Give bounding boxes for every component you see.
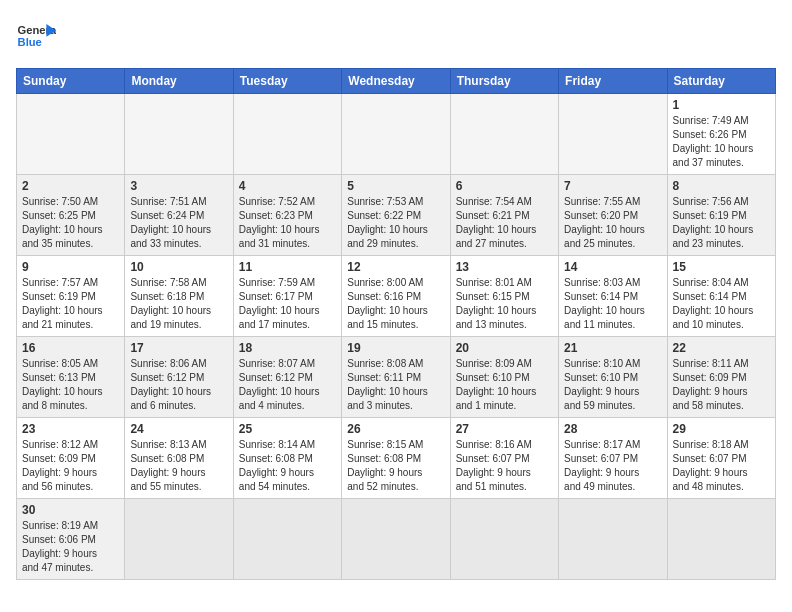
day-number: 16 — [22, 341, 119, 355]
day-info: Sunrise: 8:17 AM Sunset: 6:07 PM Dayligh… — [564, 438, 661, 494]
day-number: 20 — [456, 341, 553, 355]
day-number: 1 — [673, 98, 770, 112]
calendar-cell: 8Sunrise: 7:56 AM Sunset: 6:19 PM Daylig… — [667, 175, 775, 256]
calendar-cell — [667, 499, 775, 580]
calendar-cell: 24Sunrise: 8:13 AM Sunset: 6:08 PM Dayli… — [125, 418, 233, 499]
calendar-cell: 14Sunrise: 8:03 AM Sunset: 6:14 PM Dayli… — [559, 256, 667, 337]
day-info: Sunrise: 8:09 AM Sunset: 6:10 PM Dayligh… — [456, 357, 553, 413]
calendar-cell — [233, 499, 341, 580]
day-info: Sunrise: 7:57 AM Sunset: 6:19 PM Dayligh… — [22, 276, 119, 332]
day-number: 3 — [130, 179, 227, 193]
day-number: 21 — [564, 341, 661, 355]
day-info: Sunrise: 8:16 AM Sunset: 6:07 PM Dayligh… — [456, 438, 553, 494]
calendar-cell — [125, 94, 233, 175]
calendar-cell — [125, 499, 233, 580]
calendar-header-row: SundayMondayTuesdayWednesdayThursdayFrid… — [17, 69, 776, 94]
calendar-cell: 6Sunrise: 7:54 AM Sunset: 6:21 PM Daylig… — [450, 175, 558, 256]
calendar-cell: 5Sunrise: 7:53 AM Sunset: 6:22 PM Daylig… — [342, 175, 450, 256]
day-number: 29 — [673, 422, 770, 436]
calendar-cell: 19Sunrise: 8:08 AM Sunset: 6:11 PM Dayli… — [342, 337, 450, 418]
calendar-week-row: 1Sunrise: 7:49 AM Sunset: 6:26 PM Daylig… — [17, 94, 776, 175]
calendar-week-row: 23Sunrise: 8:12 AM Sunset: 6:09 PM Dayli… — [17, 418, 776, 499]
day-number: 6 — [456, 179, 553, 193]
day-info: Sunrise: 7:54 AM Sunset: 6:21 PM Dayligh… — [456, 195, 553, 251]
col-header-friday: Friday — [559, 69, 667, 94]
day-info: Sunrise: 8:13 AM Sunset: 6:08 PM Dayligh… — [130, 438, 227, 494]
calendar-cell: 18Sunrise: 8:07 AM Sunset: 6:12 PM Dayli… — [233, 337, 341, 418]
day-info: Sunrise: 8:08 AM Sunset: 6:11 PM Dayligh… — [347, 357, 444, 413]
calendar-cell — [450, 94, 558, 175]
calendar-cell — [233, 94, 341, 175]
calendar-week-row: 30Sunrise: 8:19 AM Sunset: 6:06 PM Dayli… — [17, 499, 776, 580]
calendar-cell — [559, 499, 667, 580]
calendar-cell: 3Sunrise: 7:51 AM Sunset: 6:24 PM Daylig… — [125, 175, 233, 256]
day-number: 9 — [22, 260, 119, 274]
col-header-sunday: Sunday — [17, 69, 125, 94]
day-info: Sunrise: 7:59 AM Sunset: 6:17 PM Dayligh… — [239, 276, 336, 332]
day-info: Sunrise: 7:55 AM Sunset: 6:20 PM Dayligh… — [564, 195, 661, 251]
day-info: Sunrise: 8:18 AM Sunset: 6:07 PM Dayligh… — [673, 438, 770, 494]
day-info: Sunrise: 7:51 AM Sunset: 6:24 PM Dayligh… — [130, 195, 227, 251]
day-number: 27 — [456, 422, 553, 436]
calendar-cell: 4Sunrise: 7:52 AM Sunset: 6:23 PM Daylig… — [233, 175, 341, 256]
day-info: Sunrise: 7:50 AM Sunset: 6:25 PM Dayligh… — [22, 195, 119, 251]
day-info: Sunrise: 7:52 AM Sunset: 6:23 PM Dayligh… — [239, 195, 336, 251]
calendar-cell: 29Sunrise: 8:18 AM Sunset: 6:07 PM Dayli… — [667, 418, 775, 499]
day-info: Sunrise: 8:11 AM Sunset: 6:09 PM Dayligh… — [673, 357, 770, 413]
col-header-wednesday: Wednesday — [342, 69, 450, 94]
day-number: 23 — [22, 422, 119, 436]
calendar-cell: 11Sunrise: 7:59 AM Sunset: 6:17 PM Dayli… — [233, 256, 341, 337]
logo-icon: General Blue — [16, 16, 56, 56]
day-info: Sunrise: 8:12 AM Sunset: 6:09 PM Dayligh… — [22, 438, 119, 494]
calendar-cell: 13Sunrise: 8:01 AM Sunset: 6:15 PM Dayli… — [450, 256, 558, 337]
day-number: 11 — [239, 260, 336, 274]
col-header-saturday: Saturday — [667, 69, 775, 94]
day-number: 17 — [130, 341, 227, 355]
day-number: 4 — [239, 179, 336, 193]
day-info: Sunrise: 8:00 AM Sunset: 6:16 PM Dayligh… — [347, 276, 444, 332]
day-number: 2 — [22, 179, 119, 193]
calendar-cell: 7Sunrise: 7:55 AM Sunset: 6:20 PM Daylig… — [559, 175, 667, 256]
day-number: 30 — [22, 503, 119, 517]
calendar-cell: 16Sunrise: 8:05 AM Sunset: 6:13 PM Dayli… — [17, 337, 125, 418]
day-info: Sunrise: 8:06 AM Sunset: 6:12 PM Dayligh… — [130, 357, 227, 413]
calendar-cell: 20Sunrise: 8:09 AM Sunset: 6:10 PM Dayli… — [450, 337, 558, 418]
calendar-cell: 23Sunrise: 8:12 AM Sunset: 6:09 PM Dayli… — [17, 418, 125, 499]
day-number: 7 — [564, 179, 661, 193]
calendar-cell: 26Sunrise: 8:15 AM Sunset: 6:08 PM Dayli… — [342, 418, 450, 499]
calendar-cell: 21Sunrise: 8:10 AM Sunset: 6:10 PM Dayli… — [559, 337, 667, 418]
day-number: 26 — [347, 422, 444, 436]
calendar-week-row: 2Sunrise: 7:50 AM Sunset: 6:25 PM Daylig… — [17, 175, 776, 256]
calendar-week-row: 16Sunrise: 8:05 AM Sunset: 6:13 PM Dayli… — [17, 337, 776, 418]
day-number: 15 — [673, 260, 770, 274]
day-info: Sunrise: 8:05 AM Sunset: 6:13 PM Dayligh… — [22, 357, 119, 413]
calendar-cell — [342, 94, 450, 175]
calendar-cell — [17, 94, 125, 175]
day-number: 22 — [673, 341, 770, 355]
calendar-cell: 2Sunrise: 7:50 AM Sunset: 6:25 PM Daylig… — [17, 175, 125, 256]
day-info: Sunrise: 8:07 AM Sunset: 6:12 PM Dayligh… — [239, 357, 336, 413]
calendar-table: SundayMondayTuesdayWednesdayThursdayFrid… — [16, 68, 776, 580]
page-header: General Blue — [16, 16, 776, 56]
day-info: Sunrise: 7:53 AM Sunset: 6:22 PM Dayligh… — [347, 195, 444, 251]
calendar-cell: 27Sunrise: 8:16 AM Sunset: 6:07 PM Dayli… — [450, 418, 558, 499]
day-info: Sunrise: 8:04 AM Sunset: 6:14 PM Dayligh… — [673, 276, 770, 332]
day-number: 12 — [347, 260, 444, 274]
calendar-cell — [450, 499, 558, 580]
calendar-cell: 10Sunrise: 7:58 AM Sunset: 6:18 PM Dayli… — [125, 256, 233, 337]
day-number: 14 — [564, 260, 661, 274]
col-header-thursday: Thursday — [450, 69, 558, 94]
day-number: 8 — [673, 179, 770, 193]
col-header-tuesday: Tuesday — [233, 69, 341, 94]
calendar-cell — [342, 499, 450, 580]
day-info: Sunrise: 7:58 AM Sunset: 6:18 PM Dayligh… — [130, 276, 227, 332]
calendar-cell: 25Sunrise: 8:14 AM Sunset: 6:08 PM Dayli… — [233, 418, 341, 499]
calendar-cell: 1Sunrise: 7:49 AM Sunset: 6:26 PM Daylig… — [667, 94, 775, 175]
day-number: 19 — [347, 341, 444, 355]
day-info: Sunrise: 8:10 AM Sunset: 6:10 PM Dayligh… — [564, 357, 661, 413]
day-info: Sunrise: 8:15 AM Sunset: 6:08 PM Dayligh… — [347, 438, 444, 494]
day-number: 18 — [239, 341, 336, 355]
calendar-cell: 22Sunrise: 8:11 AM Sunset: 6:09 PM Dayli… — [667, 337, 775, 418]
calendar-cell: 12Sunrise: 8:00 AM Sunset: 6:16 PM Dayli… — [342, 256, 450, 337]
day-info: Sunrise: 7:49 AM Sunset: 6:26 PM Dayligh… — [673, 114, 770, 170]
